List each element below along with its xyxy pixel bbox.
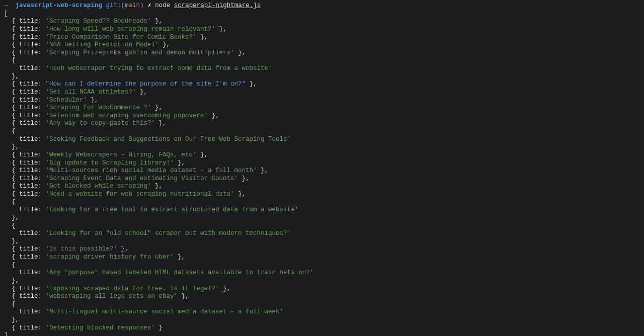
output-line: { title: 'Scraping Speed?? Goodreads' }, xyxy=(4,18,640,26)
paren-close: ) xyxy=(140,2,144,9)
output-line: { title: 'Get all NCAA athletes?' }, xyxy=(4,89,640,97)
output-line: { title: 'Need a website for web scrapin… xyxy=(4,191,640,199)
output-line: { xyxy=(4,128,640,136)
terminal-output: [ { title: 'Scraping Speed?? Goodreads' … xyxy=(4,10,640,336)
output-line: { xyxy=(4,262,640,270)
dirty-mark: ✗ xyxy=(147,2,151,9)
output-line: { title: 'Price Comparison Site for Comi… xyxy=(4,34,640,42)
output-line: title: 'Looking for a free tool to extra… xyxy=(4,206,640,214)
output-line: title: 'Any "purpose" based labeled HTML… xyxy=(4,269,640,277)
output-line: title: 'Seeking Feedback and Suggestions… xyxy=(4,136,640,144)
output-line: }, xyxy=(4,316,640,324)
output-line: [ xyxy=(4,10,640,18)
output-line: { title: 'Multi-sources rich social medi… xyxy=(4,167,640,175)
terminal-prompt[interactable]: → javascript-web-scraping git:(main) ✗ n… xyxy=(4,2,640,10)
output-line: { title: 'Big update to Scrapling librar… xyxy=(4,159,640,167)
prompt-arrow: → xyxy=(4,2,8,9)
output-line: { xyxy=(4,301,640,309)
output-line: { title: 'Scraping for WooCommerce ?' }, xyxy=(4,104,640,112)
output-line: { title: 'Exposing scraped data for free… xyxy=(4,285,640,293)
directory-name: javascript-web-scraping xyxy=(16,2,103,9)
output-line: { title: "How can I determine the purpos… xyxy=(4,80,640,89)
output-line: }, xyxy=(4,143,640,151)
output-line: { title: 'Detecting blocked responses' } xyxy=(4,324,640,332)
output-line: }, xyxy=(4,277,640,285)
output-line: { title: 'NBA Betting Prediction Model' … xyxy=(4,41,640,49)
command: node xyxy=(155,2,170,9)
output-line: { title: 'scraping driver history fro ub… xyxy=(4,254,640,262)
output-line: title: 'noob webscraper trying to extrac… xyxy=(4,65,640,73)
output-line: }, xyxy=(4,73,640,81)
output-line: { title: 'How long will web scraping rem… xyxy=(4,26,640,34)
output-line: ] xyxy=(4,332,640,336)
output-line: { title: 'Any way to copy-paste this?' }… xyxy=(4,120,640,128)
output-line: { title: 'Is this possible?' }, xyxy=(4,245,640,254)
output-line: }, xyxy=(4,238,640,246)
output-line: { title: 'Scheduler' }, xyxy=(4,97,640,105)
git-label: git: xyxy=(106,2,121,9)
branch-name: main xyxy=(125,2,140,9)
output-line: { title: 'webscraping all lego sets on e… xyxy=(4,293,640,301)
output-line: { xyxy=(4,199,640,207)
output-line: title: 'Multi-lingual multi-source socia… xyxy=(4,308,640,316)
output-line: title: 'Looking for an "old school" scra… xyxy=(4,230,640,238)
output-line: { title: 'Weekly Webscrapers - Hiring, F… xyxy=(4,151,640,159)
output-line: { xyxy=(4,222,640,230)
output-line: { title: 'Scraping Prizepicks goblin and… xyxy=(4,49,640,57)
command-arg: scraperapi-nightmare.js xyxy=(174,2,261,9)
output-line: }, xyxy=(4,214,640,222)
output-line: { title: 'Got blocked while scraping' }, xyxy=(4,183,640,191)
output-line: { title: 'Selenium web scraping overcomi… xyxy=(4,112,640,120)
output-line: { title: 'Scraping Event Data and estima… xyxy=(4,175,640,183)
output-line: { xyxy=(4,57,640,65)
paren-open: ( xyxy=(121,2,125,9)
